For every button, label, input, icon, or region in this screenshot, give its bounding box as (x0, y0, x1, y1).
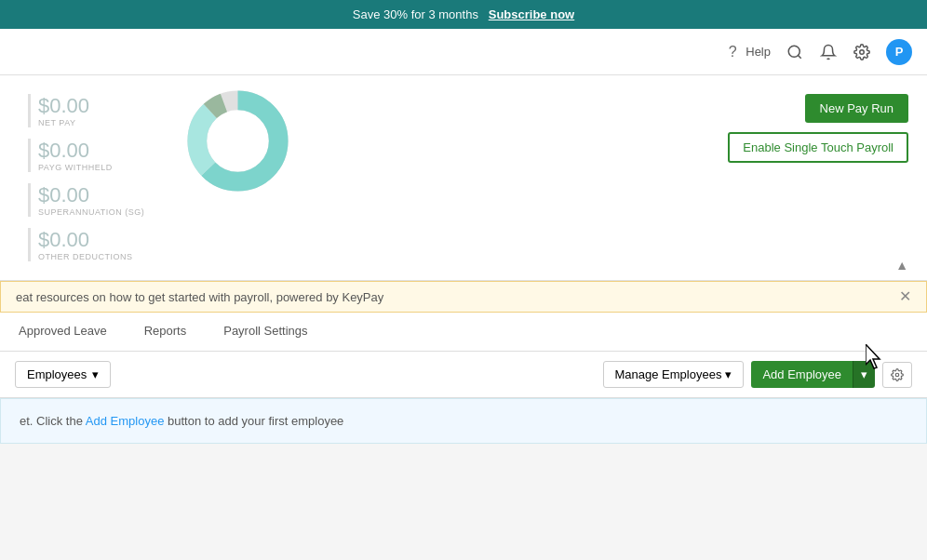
manage-employees-chevron-icon: ▾ (725, 367, 732, 381)
help-label: Help (746, 45, 771, 59)
help-nav-item[interactable]: ? Help (723, 43, 771, 61)
stat-payg-label: PAYG WITHHELD (38, 163, 144, 172)
svg-point-8 (895, 373, 899, 377)
manage-employees-label: Manage Employees (615, 367, 722, 381)
bell-icon (819, 43, 838, 61)
manage-employees-button[interactable]: Manage Employees ▾ (603, 361, 745, 388)
svg-line-1 (798, 55, 800, 58)
empty-state-add-employee-link[interactable]: Add Employee (86, 414, 165, 428)
tab-nav: Approved Leave Reports Payroll Settings (0, 313, 927, 352)
search-nav-item[interactable] (786, 43, 804, 61)
tab-approved-leave[interactable]: Approved Leave (0, 313, 126, 351)
notification-close-button[interactable]: ✕ (899, 289, 911, 304)
stat-deductions-label: OTHER DEDUCTIONS (38, 252, 144, 261)
svg-point-7 (208, 111, 267, 170)
subscribe-link[interactable]: Subscribe now (489, 7, 574, 21)
notification-text: eat resources on how to get started with… (16, 290, 383, 304)
enable-single-touch-payroll-button[interactable]: Enable Single Touch Payroll (728, 132, 908, 163)
svg-point-2 (860, 49, 865, 54)
employee-filter-label: Employees (27, 367, 87, 381)
employee-toolbar: Employees ▾ Manage Employees ▾ Add Emplo… (0, 352, 927, 398)
empty-state-text-before: et. Click the (20, 414, 83, 428)
avatar[interactable]: P (886, 39, 912, 65)
stat-super-label: SUPERANNUATION (SG) (38, 207, 144, 217)
header-nav: ? Help P (0, 29, 927, 75)
tab-payroll-settings[interactable]: Payroll Settings (205, 313, 326, 351)
search-icon (786, 43, 804, 61)
settings-nav-item[interactable] (853, 43, 871, 61)
settings-gear-button[interactable] (882, 362, 912, 388)
svg-point-0 (788, 46, 799, 57)
banner-text: Save 30% for 3 months (353, 7, 478, 21)
employee-filter-button[interactable]: Employees ▾ (15, 361, 111, 388)
add-employee-button[interactable]: Add Employee (751, 361, 853, 388)
gear-settings-icon (891, 368, 904, 381)
donut-chart (184, 87, 291, 194)
dashboard-area: $0.00 NET PAY $0.00 PAYG WITHHELD $0.00 … (0, 75, 927, 281)
empty-state-text-after: button to add your first employee (168, 414, 343, 428)
stat-net-pay-label: NET PAY (38, 118, 144, 127)
stat-net-pay-value: $0.00 (38, 94, 144, 118)
employee-filter-chevron-icon: ▾ (92, 367, 99, 381)
collapse-arrow[interactable]: ▲ (895, 258, 908, 273)
toolbar-right: Manage Employees ▾ Add Employee ▾ (603, 361, 912, 388)
stat-payg: $0.00 PAYG WITHHELD (28, 139, 144, 172)
stat-deductions: $0.00 OTHER DEDUCTIONS (28, 228, 144, 261)
donut-chart-section (181, 85, 293, 196)
empty-state: et. Click the Add Employee button to add… (0, 398, 927, 444)
tab-reports[interactable]: Reports (126, 313, 206, 351)
stat-net-pay: $0.00 NET PAY (28, 94, 144, 127)
gear-icon (853, 43, 871, 61)
add-employee-dropdown-button[interactable]: ▾ (853, 361, 875, 388)
stat-payg-value: $0.00 (38, 139, 144, 163)
new-pay-run-button[interactable]: New Pay Run (805, 94, 908, 123)
help-icon: ? (723, 43, 742, 61)
stats-section: $0.00 NET PAY $0.00 PAYG WITHHELD $0.00 … (19, 94, 144, 261)
stat-super: $0.00 SUPERANNUATION (SG) (28, 183, 144, 217)
top-banner: Save 30% for 3 months Subscribe now (0, 0, 927, 29)
actions-section: New Pay Run Enable Single Touch Payroll (728, 94, 908, 163)
add-employee-group: Add Employee ▾ (751, 361, 875, 388)
notifications-nav-item[interactable] (819, 43, 838, 61)
stat-deductions-value: $0.00 (38, 228, 144, 252)
stat-super-value: $0.00 (38, 183, 144, 207)
notification-banner: eat resources on how to get started with… (0, 281, 927, 313)
